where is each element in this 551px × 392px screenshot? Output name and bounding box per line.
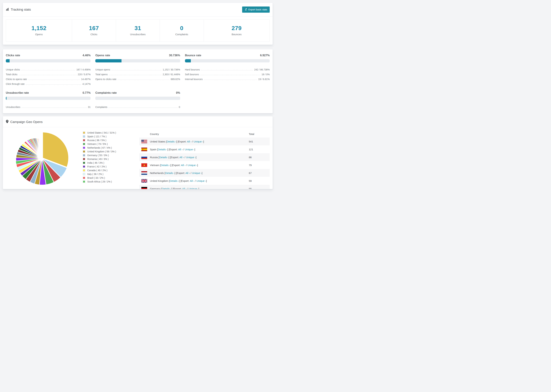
legend-swatch [83, 132, 85, 134]
rate-value: 4.46% [83, 54, 91, 57]
rate-detail-value: 14.497% [81, 78, 91, 81]
rate-progress-bar [95, 97, 180, 100]
export-all-link[interactable]: All › [178, 148, 183, 151]
export-all-link[interactable]: All › [187, 140, 191, 143]
rate-progress-fill [185, 59, 191, 63]
details-link[interactable]: Details › [167, 140, 176, 143]
rate-detail-label: Opens to clicks rate [95, 78, 116, 81]
legend-item: Vietnam ( 79 / 5% ) [83, 143, 139, 145]
legend-label: Spain ( 121 / 7% ) [87, 135, 106, 138]
stat-cell-complaints: 0Complaints [160, 20, 204, 42]
dotted-leader [204, 80, 257, 80]
flag-icon-de [141, 187, 147, 189]
details-link[interactable]: Details › [159, 156, 169, 159]
export-unique-link[interactable]: Unique › [194, 140, 203, 143]
export-all-link[interactable]: All › [185, 172, 190, 175]
export-prefix: Export: [177, 172, 185, 175]
legend-label: Vietnam ( 79 / 5% ) [87, 143, 108, 145]
legend-item: Netherlands ( 67 / 4% ) [83, 147, 139, 149]
stat-value: 31 [117, 25, 158, 31]
export-all-link[interactable]: All › [190, 179, 194, 182]
geo-header: Campaign Geo Opens [3, 116, 273, 127]
legend-item: Brazil ( 33 / 2% ) [83, 176, 139, 179]
legend-swatch [83, 158, 85, 160]
rate-head: Bounce rate6.927% [185, 54, 270, 57]
dotted-leader [28, 80, 80, 80]
geo-table-header: Country Total [139, 130, 270, 138]
rate-detail-value: 18 / 0% [262, 73, 270, 76]
legend-label: Romania ( 49 / 3% ) [87, 158, 109, 161]
export-unique-link[interactable]: Unique › [197, 179, 206, 182]
details-link[interactable]: Details › [165, 172, 175, 175]
rate-detail-value: 19 / 6.81% [258, 78, 270, 81]
table-row-vn: Vietnam [Details ›] [Export: All › / Uni… [139, 161, 270, 169]
export-all-link[interactable]: All › [181, 164, 185, 167]
export-unique-link[interactable]: Unique › [188, 164, 197, 167]
rate-detail-row: Unsubscribes31 [6, 104, 91, 108]
rate-detail-label: Hard bounces [185, 68, 200, 71]
bracket-text: ] [ [167, 148, 170, 151]
total-cell: 55 [249, 187, 270, 189]
rate-block-complaints-rate: Complaints rate0%Complaints0 [95, 91, 180, 108]
rate-detail-label: Internal bounces [185, 78, 203, 81]
bracket-text: ] [197, 164, 198, 167]
rate-progress-fill [6, 97, 7, 100]
bar-chart-icon [6, 7, 9, 12]
rate-detail-value: 31 [88, 106, 91, 108]
flag-icon-ru [141, 155, 147, 159]
rate-detail-label: Soft bounces [185, 73, 199, 76]
rate-detail-rows: Complaints0 [95, 104, 180, 108]
export-all-link[interactable]: All › [179, 156, 184, 159]
legend-swatch [83, 135, 85, 138]
rate-detail-row: Total opens2,303 / 61.446% [95, 71, 180, 76]
export-prefix: Export: [174, 187, 182, 189]
export-unique-link[interactable]: Unique › [185, 148, 194, 151]
legend-label: Germany ( 55 / 3% ) [87, 154, 109, 157]
details-link[interactable]: Details › [161, 164, 170, 167]
slash-text: / [186, 187, 189, 189]
rate-detail-value: 689.82% [171, 78, 180, 81]
stat-label: Opens [7, 33, 71, 36]
legend-item: India ( 46 / 3% ) [83, 161, 139, 164]
country-cell: Vietnam [Details ›] [Export: All › / Uni… [150, 164, 249, 167]
legend-swatch [83, 139, 85, 141]
tracking-stats-title-row: Tracking stats [6, 7, 31, 12]
stat-value: 279 [205, 25, 268, 31]
slash-text: / [190, 172, 192, 175]
rate-title: Complaints rate [95, 91, 117, 94]
legend-swatch [83, 143, 85, 145]
stat-cell-clicks: 167Clicks [72, 20, 116, 42]
legend-label: France ( 42 / 2% ) [87, 165, 106, 168]
legend-swatch [83, 150, 85, 153]
stat-cell-unsubscribes: 31Unsubscribes [116, 20, 160, 42]
stat-value: 0 [161, 25, 202, 31]
slash-text: / [191, 140, 194, 143]
stat-value: 1,152 [7, 25, 71, 31]
geo-pie-chart [6, 130, 83, 189]
rate-progress-fill [6, 59, 10, 63]
rate-detail-value: 242 / 86.738% [254, 68, 270, 71]
legend-item: United States ( 541 / 31% ) [83, 131, 139, 134]
rate-progress-bar [185, 59, 270, 63]
legend-swatch [83, 165, 85, 168]
map-pin-icon [6, 120, 8, 124]
export-unique-link[interactable]: Unique › [192, 172, 202, 175]
country-name: United States [150, 140, 166, 143]
rate-block-opens-rate: Opens rate30.736%Unique opens1,152 / 30.… [95, 54, 180, 85]
details-link[interactable]: Details › [158, 148, 167, 151]
flag-icon-us [141, 140, 147, 143]
details-link[interactable]: Details › [170, 179, 179, 182]
tracking-stats-header: Tracking stats Export basic stats [3, 3, 273, 17]
rate-detail-rows: Hard bounces242 / 86.738%Soft bounces18 … [185, 66, 270, 81]
bracket-text: ] [196, 156, 197, 159]
export-unique-link[interactable]: Unique › [189, 187, 198, 189]
export-basic-stats-button[interactable]: Export basic stats [242, 7, 270, 13]
dashboard-page: Tracking stats Export basic stats 1,152O… [0, 0, 276, 196]
export-unique-link[interactable]: Unique › [186, 156, 196, 159]
geo-legend: United States ( 541 / 31% )Spain ( 121 /… [83, 130, 139, 189]
legend-item: South Africa ( 29 / 2% ) [83, 180, 139, 183]
export-all-link[interactable]: All › [182, 187, 186, 189]
details-link[interactable]: Details › [162, 187, 171, 189]
country-name: Vietnam [150, 164, 160, 167]
flag-icon-gb [141, 179, 147, 183]
